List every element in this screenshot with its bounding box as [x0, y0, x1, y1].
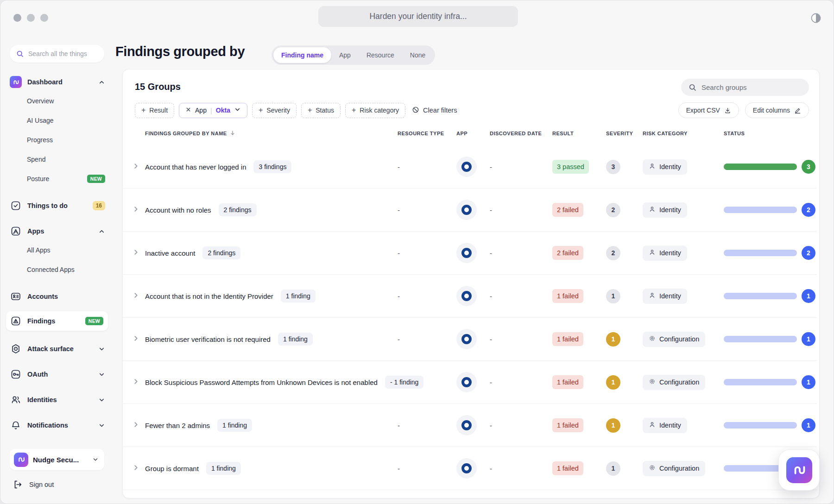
sidebar-subitem-all-apps[interactable]: All Apps — [10, 240, 105, 260]
column-header-findings-grouped-by-name[interactable]: FINDINGS GROUPED BY NAME — [145, 130, 398, 137]
plus-icon: + — [308, 106, 312, 114]
sidebar-subitem-overview[interactable]: Overview — [10, 91, 105, 111]
chevron-down-icon — [92, 456, 99, 463]
page-title: Findings grouped by — [115, 44, 245, 59]
window-close-button[interactable] — [13, 14, 21, 22]
sign-out-button[interactable]: Sign out — [10, 477, 105, 492]
search-groups-input[interactable]: Search groups — [681, 79, 809, 96]
result-badge: 3 passed — [552, 160, 589, 174]
table-row[interactable]: Account that has never logged in3 findin… — [123, 145, 817, 189]
filter-add-status[interactable]: +Status — [301, 103, 341, 118]
tab-none[interactable]: None — [402, 47, 433, 63]
finding-name: Block Suspicious Password Attempts from … — [145, 378, 378, 386]
tab-app[interactable]: App — [331, 47, 359, 63]
status-bar — [724, 293, 797, 299]
expand-row-icon[interactable] — [132, 291, 145, 301]
sidebar-item-apps[interactable]: Apps — [10, 224, 105, 239]
column-header-result[interactable]: RESULT — [552, 131, 606, 136]
sidebar-subitem-posture[interactable]: PostureNEW — [10, 169, 105, 189]
sidebar-subitem-spend[interactable]: Spend — [10, 150, 105, 169]
edit-columns-button[interactable]: Edit columns — [745, 102, 809, 118]
sidebar-item-identities[interactable]: Identities — [10, 392, 105, 407]
sidebar-subitem-ai-usage[interactable]: AI Usage — [10, 111, 105, 130]
window-minimize-button[interactable] — [27, 14, 35, 22]
sidebar-item-accounts[interactable]: Accounts — [10, 289, 105, 304]
status-cell: 3 — [724, 160, 817, 174]
column-header-risk-category[interactable]: RISK CATEGORY — [643, 131, 724, 136]
tab-finding-name[interactable]: Finding name — [273, 47, 331, 63]
expand-row-icon[interactable] — [132, 248, 145, 258]
window-zoom-button[interactable] — [40, 14, 48, 22]
risk-category-pill: Configuration — [643, 332, 705, 347]
expand-row-icon[interactable] — [132, 205, 145, 215]
id-card-icon — [10, 290, 22, 302]
status-cell: 1 — [724, 289, 817, 303]
risk-category-pill: Configuration — [643, 461, 705, 476]
column-header-app[interactable]: APP — [456, 131, 490, 136]
table-row[interactable]: Account with no roles2 findings--2 faile… — [123, 189, 817, 232]
expand-row-icon[interactable] — [132, 334, 145, 344]
sidebar-item-attack-surface[interactable]: Attack surface — [10, 341, 105, 356]
sidebar-subitem-connected-apps[interactable]: Connected Apps — [10, 260, 105, 279]
clear-filters-button[interactable]: Clear filters — [410, 103, 459, 118]
expand-row-icon[interactable] — [132, 464, 145, 473]
table-row[interactable]: Fewer than 2 admins1 finding--1 failed1I… — [123, 404, 817, 447]
filter-add-risk-category[interactable]: +Risk category — [345, 103, 405, 118]
theme-toggle-icon[interactable] — [810, 13, 821, 24]
status-cell: 2 — [724, 203, 817, 217]
table-row[interactable]: Block Suspicious Password Attempts from … — [123, 361, 817, 404]
resource-type-value: - — [398, 206, 456, 214]
sidebar-item-dashboard[interactable]: Dashboard — [10, 75, 105, 89]
okta-app-icon[interactable] — [456, 243, 477, 263]
nudge-assistant-button[interactable] — [778, 449, 820, 491]
apps-icon — [10, 225, 22, 237]
finding-name: Account with no roles — [145, 206, 211, 214]
discovered-date-value: - — [490, 378, 552, 386]
finding-name: Fewer than 2 admins — [145, 422, 210, 429]
sidebar-item-things-to-do[interactable]: Things to do16 — [10, 198, 105, 213]
sidebar-item-oauth[interactable]: OAuth — [10, 367, 105, 382]
chevron-down-icon — [98, 346, 105, 353]
status-bar — [724, 379, 797, 385]
sidebar-item-findings[interactable]: FindingsNEW — [6, 311, 108, 331]
sidebar-subitem-progress[interactable]: Progress — [10, 130, 105, 150]
okta-app-icon[interactable] — [456, 372, 477, 392]
resource-type-value: - — [398, 249, 456, 257]
filter-add-result[interactable]: +Result — [135, 103, 174, 118]
expand-row-icon[interactable] — [132, 421, 145, 430]
table-row[interactable]: Biometric user verification is not requi… — [123, 318, 817, 361]
column-header-status[interactable]: STATUS — [724, 131, 818, 136]
okta-app-icon[interactable] — [456, 458, 477, 479]
okta-app-icon[interactable] — [456, 415, 477, 435]
okta-app-icon[interactable] — [456, 286, 477, 306]
tab-resource[interactable]: Resource — [359, 47, 402, 63]
expand-row-icon[interactable] — [132, 378, 145, 387]
table-row[interactable]: Inactive account2 findings--2 failed2Ide… — [123, 232, 817, 275]
org-switcher[interactable]: Nudge Secu... — [10, 449, 104, 470]
sidebar-search-input[interactable]: Search all the things — [10, 45, 104, 63]
column-header-resource-type[interactable]: RESOURCE TYPE — [398, 131, 456, 136]
filter-applied-app[interactable]: App|Okta — [179, 103, 247, 118]
sign-out-label: Sign out — [29, 481, 54, 488]
column-header-severity[interactable]: SEVERITY — [606, 131, 643, 136]
browser-address-bar[interactable]: Harden your identity infra... — [318, 6, 518, 27]
severity-badge: 1 — [606, 418, 620, 433]
okta-app-icon[interactable] — [456, 157, 477, 177]
export-csv-button[interactable]: Export CSV — [678, 102, 739, 118]
filter-add-severity[interactable]: +Severity — [252, 103, 297, 118]
okta-app-icon[interactable] — [456, 200, 477, 220]
okta-app-icon[interactable] — [456, 329, 477, 349]
gear-icon — [649, 378, 656, 386]
discovered-date-value: - — [490, 292, 552, 300]
expand-row-icon[interactable] — [132, 162, 145, 172]
status-bar — [724, 164, 797, 170]
result-badge: 1 failed — [552, 289, 583, 303]
table-row[interactable]: Group is dormant1 finding--1 failed1Conf… — [123, 447, 817, 490]
remove-filter-icon[interactable] — [185, 107, 191, 114]
edit-columns-label: Edit columns — [753, 107, 790, 114]
finding-name: Biometric user verification is not requi… — [145, 335, 271, 343]
sidebar-item-notifications[interactable]: Notifications — [10, 418, 105, 433]
table-row[interactable]: Account that is not in the Identity Prov… — [123, 275, 817, 318]
column-header-discovered-date[interactable]: DISCOVERED DATE — [490, 131, 552, 136]
status-count-badge: 1 — [802, 332, 815, 346]
